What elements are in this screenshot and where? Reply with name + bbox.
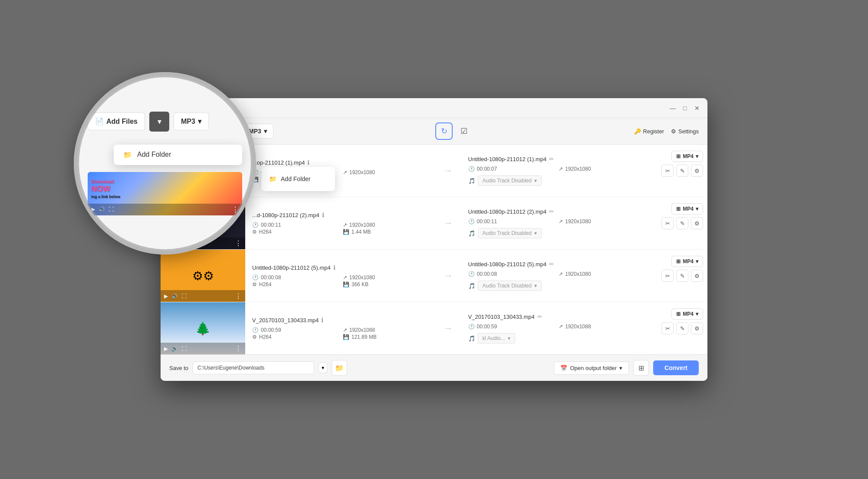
size-meta: 💾 121.89 MB — [343, 334, 428, 340]
settings-file-button[interactable]: ⚙ — [691, 165, 703, 177]
cut-button[interactable]: ✂ — [661, 165, 674, 177]
output-clock-icon: 🕐 — [468, 166, 475, 172]
resolution-meta: ↗ 1920x1080 — [343, 169, 428, 175]
fullscreen-button[interactable]: ⛶ — [181, 346, 187, 352]
convert-button[interactable]: Convert — [653, 360, 699, 375]
mag-play-btn[interactable]: ▶ — [91, 206, 95, 212]
format-badge[interactable]: ⊞ MP4 ▾ — [671, 203, 703, 215]
edit-button[interactable]: ✎ — [676, 217, 688, 229]
settings-button[interactable]: ⚙ Settings — [671, 128, 699, 135]
volume-button[interactable]: 🔊 — [171, 346, 178, 352]
play-button[interactable]: ▶ — [164, 293, 168, 299]
output-resolution-value: 1920x1080 — [565, 271, 591, 277]
file-info-icon[interactable]: ℹ — [322, 211, 324, 218]
mag-resize-btn[interactable]: ⛶ — [108, 206, 114, 212]
check-button[interactable]: ☑ — [456, 123, 472, 139]
arrow-separator: → — [435, 250, 461, 302]
file-info-icon[interactable]: ℹ — [307, 159, 309, 166]
audio-icon: 🎵 — [468, 178, 475, 184]
format-actions: ✂ ✎ ⚙ — [661, 270, 703, 282]
cut-button[interactable]: ✂ — [661, 217, 674, 229]
output-resize-icon: ↗ — [559, 218, 563, 225]
audio-dropdown-arrow: ▾ — [508, 335, 510, 341]
edit-button[interactable]: ✎ — [676, 270, 688, 282]
output-duration-meta: 🕐 00:00:11 — [468, 218, 554, 225]
mag-more-btn[interactable]: ⋮ — [232, 205, 239, 214]
output-resolution-meta: ↗ 1920x1080 — [559, 218, 644, 225]
play-button[interactable]: ▶ — [164, 346, 168, 352]
format-badge[interactable]: ⊞ MP4 ▾ — [671, 256, 703, 267]
open-output-label: Open output folder — [570, 365, 617, 371]
format-column: ⊞ MP4 ▾ ✂ ✎ ⚙ — [651, 145, 707, 197]
output-duration-value: 00:00:08 — [477, 271, 497, 277]
settings-file-button[interactable]: ⚙ — [691, 270, 703, 282]
file-thumbnail: ⚙⚙ ▶ 🔊 ⛶ ⋮ — [161, 250, 245, 302]
codec-icon: ⚙ — [252, 334, 257, 340]
audio-track-label: Audio Track Disabled — [483, 283, 532, 289]
volume-button[interactable]: 🔊 — [171, 293, 178, 299]
more-options-button[interactable]: ⋮ — [235, 344, 242, 353]
close-button[interactable]: ✕ — [694, 105, 700, 112]
audio-track-dropdown[interactable]: Audio Track Disabled ▾ — [478, 175, 542, 186]
output-duration-value: 00:00:07 — [477, 166, 497, 172]
audio-icon: 🎵 — [468, 283, 475, 289]
toolbar-center: ↻ ☑ — [277, 122, 631, 140]
mag-add-files-btn[interactable]: 📄 Add Files — [88, 112, 145, 130]
format-badge[interactable]: ⊞ MP4 ▾ — [671, 151, 703, 162]
edit-name-icon[interactable]: ✏ — [549, 261, 554, 268]
save-path-input[interactable] — [193, 361, 314, 374]
register-button[interactable]: 🔑 Register — [634, 128, 664, 135]
settings-file-button[interactable]: ⚙ — [691, 322, 703, 334]
cut-button[interactable]: ✂ — [661, 322, 674, 334]
clock-icon: 🕐 — [252, 327, 259, 333]
edit-name-icon[interactable]: ✏ — [549, 208, 554, 215]
format-actions: ✂ ✎ ⚙ — [661, 217, 703, 229]
grid-view-button[interactable]: ⊞ — [633, 360, 649, 376]
browse-folder-button[interactable]: 📁 — [332, 360, 347, 376]
file-name: ...op-211012 (1).mp4 — [252, 159, 305, 166]
mag-file-icon: 📄 — [95, 117, 104, 126]
cut-button[interactable]: ✂ — [661, 270, 674, 282]
mag-mp3-arrow: ▾ — [198, 117, 201, 126]
open-output-folder-button[interactable]: 📅 Open output folder ▾ — [554, 361, 629, 375]
fullscreen-button[interactable]: ⛶ — [181, 293, 187, 299]
audio-track-dropdown[interactable]: kl Audio... ▾ — [478, 333, 515, 344]
duration-value: 00:00:11 — [261, 222, 281, 228]
settings-file-button[interactable]: ⚙ — [691, 217, 703, 229]
file-info-icon[interactable]: ℹ — [321, 317, 323, 324]
audio-track-dropdown[interactable]: Audio Track Disabled ▾ — [478, 281, 542, 291]
format-grid-icon: ⊞ — [676, 153, 681, 159]
edit-button[interactable]: ✎ — [676, 165, 688, 177]
minimize-button[interactable]: — — [669, 105, 676, 112]
path-dropdown-button[interactable]: ▾ — [319, 363, 327, 373]
codec-value: H264 — [259, 229, 272, 235]
codec-meta: ⚙ H264 — [252, 334, 338, 340]
mag-dropdown-btn[interactable]: ▾ — [149, 112, 169, 132]
maximize-button[interactable]: □ — [681, 105, 688, 112]
audio-track-label: Audio Track Disabled — [483, 178, 532, 184]
resolution-value: 1920x1088 — [349, 327, 375, 333]
add-folder-popup: 📁 Add Folder — [261, 167, 335, 191]
audio-icon: 🎵 — [468, 335, 475, 342]
bottom-right-actions: 📅 Open output folder ▾ ⊞ Convert — [554, 360, 699, 376]
arrow-separator: → — [435, 145, 461, 197]
add-folder-item[interactable]: 📁 Add Folder — [261, 171, 335, 187]
mag-volume-btn[interactable]: 🔊 — [99, 206, 105, 212]
audio-track-dropdown[interactable]: Audio Track Disabled ▾ — [478, 228, 542, 238]
file-info-icon[interactable]: ℹ — [333, 264, 335, 271]
edit-name-icon[interactable]: ✏ — [549, 155, 554, 162]
output-file-name: V_20170103_130433.mp4 — [468, 314, 535, 320]
edit-button[interactable]: ✎ — [676, 322, 688, 334]
storage-icon: 💾 — [343, 334, 349, 340]
format-actions: ✂ ✎ ⚙ — [661, 322, 703, 334]
mag-mp3-btn[interactable]: MP3 ▾ — [174, 112, 209, 130]
mag-add-folder-item[interactable]: 📁 Add Folder — [114, 145, 242, 165]
mag-mp3-label: MP3 — [181, 118, 195, 126]
more-options-button[interactable]: ⋮ — [235, 292, 242, 300]
format-badge[interactable]: ⊞ MP4 ▾ — [671, 308, 703, 320]
output-resolution-meta: ↗ 1920x1088 — [559, 324, 644, 330]
refresh-button[interactable]: ↻ — [435, 122, 453, 140]
audio-dropdown-arrow: ▾ — [534, 283, 537, 289]
duration-meta: 🕐 00:00:59 — [252, 327, 338, 333]
edit-name-icon[interactable]: ✏ — [537, 313, 542, 320]
